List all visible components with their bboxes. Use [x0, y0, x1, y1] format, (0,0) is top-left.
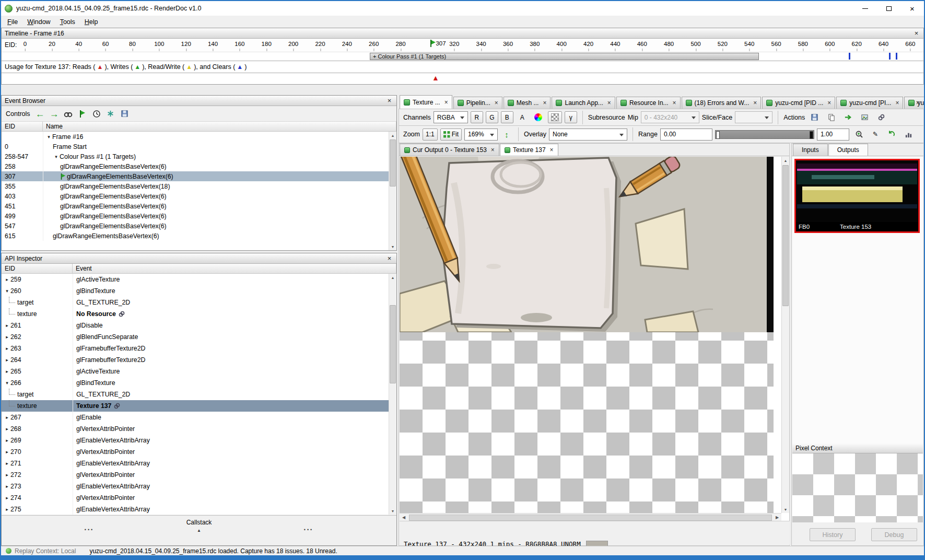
maximize-button[interactable]: [877, 1, 900, 16]
autofit-range-button[interactable]: ✎: [869, 129, 882, 141]
event-browser-scrollbar[interactable]: ▲ ▼: [389, 132, 396, 250]
event-row[interactable]: 307glDrawRangeElementsBaseVertex(6): [2, 171, 389, 181]
tab-pipeline-state[interactable]: Pipelin...×: [453, 97, 502, 109]
event-row[interactable]: 355glDrawRangeElementsBaseVertex(18): [2, 181, 389, 191]
event-row[interactable]: 0Frame Start: [2, 142, 389, 151]
scroll-left-icon[interactable]: ◀: [400, 515, 408, 520]
menu-tools[interactable]: Tools: [55, 17, 80, 27]
scrollbar-thumb[interactable]: [390, 139, 396, 186]
column-eid[interactable]: EID: [2, 122, 43, 131]
api-inspector-scrollbar[interactable]: ▲ ▼: [389, 274, 396, 515]
menu-help[interactable]: Help: [80, 17, 103, 27]
close-panel-icon[interactable]: ×: [385, 255, 393, 262]
colour-pass-bar[interactable]: + Colour Pass #1 (1 Targets): [370, 53, 759, 60]
api-row[interactable]: ▸275glEnableVertexAttribArray: [2, 504, 389, 515]
red-channel-button[interactable]: R: [471, 111, 483, 123]
tree-expander-icon[interactable]: ▸: [4, 495, 10, 500]
api-row[interactable]: ▸267glEnable: [2, 412, 389, 423]
api-row[interactable]: ▾266glBindTexture: [2, 377, 389, 389]
api-row[interactable]: ▸268glVertexAttribPointer: [2, 423, 389, 435]
usage-marker-track[interactable]: ▲: [2, 73, 923, 84]
tab-capture-connection-1[interactable]: yuzu-cmd [PID ...×: [762, 97, 835, 109]
scroll-right-icon[interactable]: ▶: [773, 515, 781, 520]
pixel-context-view[interactable]: [792, 453, 923, 522]
gamma-button[interactable]: γ: [565, 111, 577, 123]
close-panel-icon[interactable]: ×: [385, 97, 393, 104]
timeline-ruler[interactable]: EID: 02040608010012014016018020022024026…: [2, 39, 923, 52]
event-marker-icon[interactable]: [889, 53, 891, 60]
scroll-up-icon[interactable]: ▲: [389, 274, 396, 281]
api-row[interactable]: ▸261glDisable: [2, 320, 389, 331]
tree-expander-icon[interactable]: ▸: [4, 334, 10, 340]
event-row[interactable]: 499glDrawRangeElementsBaseVertex(6): [2, 211, 389, 221]
close-panel-icon[interactable]: ×: [912, 30, 920, 37]
api-row[interactable]: ▸265glActiveTexture: [2, 366, 389, 377]
tree-expander-icon[interactable]: ▾: [4, 380, 10, 386]
copy-texture-button[interactable]: [824, 111, 838, 123]
scroll-up-icon[interactable]: ▲: [389, 132, 396, 139]
texture-vertical-scrollbar[interactable]: ▲ ▼: [781, 157, 789, 513]
scrollbar-thumb[interactable]: [390, 305, 396, 383]
textab-cur-output-0[interactable]: Cur Output 0 - Texture 153×: [400, 144, 499, 156]
zoom-1-1-button[interactable]: 1:1: [423, 129, 438, 141]
api-row[interactable]: ▸262glBlendFuncSeparate: [2, 331, 389, 343]
alpha-channel-button[interactable]: A: [516, 111, 529, 123]
close-tab-icon[interactable]: ×: [444, 99, 448, 106]
tree-expander-icon[interactable]: ▸: [4, 484, 10, 489]
event-row[interactable]: 615glDrawRangeElementsBaseVertex(6): [2, 231, 389, 241]
event-row[interactable]: 403glDrawRangeElementsBaseVertex(6): [2, 191, 389, 201]
histogram-button[interactable]: [901, 129, 916, 141]
close-tab-icon[interactable]: ×: [550, 146, 554, 154]
event-row[interactable]: 547glDrawRangeElementsBaseVertex(6): [2, 221, 389, 231]
goto-resource-button[interactable]: [841, 111, 855, 123]
minimize-button[interactable]: [853, 1, 877, 16]
tab-launch-application[interactable]: Launch App...×: [552, 97, 615, 109]
api-row[interactable]: ▸273glEnableVertexAttribArray: [2, 481, 389, 492]
tree-expander-icon[interactable]: ▸: [4, 438, 10, 443]
tree-expander-icon[interactable]: ▸: [4, 449, 10, 454]
timeline-track[interactable]: + Colour Pass #1 (1 Targets): [2, 52, 923, 61]
replay-context-label[interactable]: Replay Context: Local: [15, 547, 76, 555]
export-events-button[interactable]: [120, 109, 130, 119]
tab-mesh-viewer[interactable]: Mesh ...×: [504, 97, 551, 109]
tree-expander-icon[interactable]: ▸: [4, 415, 10, 420]
api-row[interactable]: ▾260glBindTexture: [2, 285, 389, 297]
close-tab-icon[interactable]: ×: [753, 99, 757, 107]
find-event-button[interactable]: [63, 109, 74, 119]
api-row[interactable]: ▸269glEnableVertexAttribArray: [2, 435, 389, 446]
tab-errors-warnings[interactable]: (18) Errors and W...×: [682, 97, 762, 109]
tree-expander-icon[interactable]: ▸: [4, 323, 10, 328]
reset-range-button[interactable]: [884, 129, 899, 141]
scroll-down-icon[interactable]: ▼: [389, 507, 396, 515]
overlay-select[interactable]: None: [549, 129, 627, 141]
event-row[interactable]: 258glDrawRangeElementsBaseVertex(6): [2, 161, 389, 171]
event-row[interactable]: ▾Frame #16: [2, 132, 389, 142]
tab-capture-connection-2[interactable]: yuzu-cmd [PI...×: [836, 97, 903, 109]
api-row[interactable]: textureNo Resource: [2, 308, 389, 320]
callstack-section[interactable]: Callstack ▲ ••• •••: [2, 515, 396, 545]
close-tab-icon[interactable]: ×: [543, 99, 546, 107]
resource-link-button[interactable]: [874, 111, 888, 123]
channels-select[interactable]: RGBA: [434, 111, 468, 123]
bookmark-flag-button[interactable]: [77, 109, 88, 119]
tab-texture-viewer[interactable]: Texture ...×: [400, 95, 452, 109]
api-row[interactable]: ▸270glVertexAttribPointer: [2, 446, 389, 458]
step-back-button[interactable]: ←: [35, 109, 45, 119]
api-row[interactable]: targetGL_TEXTURE_2D: [2, 297, 389, 308]
scrollbar-thumb[interactable]: [782, 165, 789, 306]
api-row[interactable]: ▸271glEnableVertexAttribArray: [2, 458, 389, 469]
menu-file[interactable]: File: [3, 17, 22, 27]
close-button[interactable]: ×: [900, 1, 924, 16]
history-button[interactable]: History: [810, 528, 856, 541]
close-tab-icon[interactable]: ×: [895, 99, 899, 107]
range-slider[interactable]: [715, 130, 814, 139]
api-row[interactable]: ▸274glVertexAttribPointer: [2, 492, 389, 504]
texture-view[interactable]: ▲ ▼ ◀ ▶: [400, 157, 789, 521]
time-draws-button[interactable]: [91, 109, 102, 119]
slice-face-select[interactable]: [735, 111, 772, 123]
event-marker-icon[interactable]: [896, 53, 897, 60]
green-channel-button[interactable]: G: [486, 111, 498, 123]
close-tab-icon[interactable]: ×: [827, 99, 831, 107]
fit-button[interactable]: Fit: [440, 129, 462, 141]
tree-expander-icon[interactable]: ▸: [4, 426, 10, 431]
